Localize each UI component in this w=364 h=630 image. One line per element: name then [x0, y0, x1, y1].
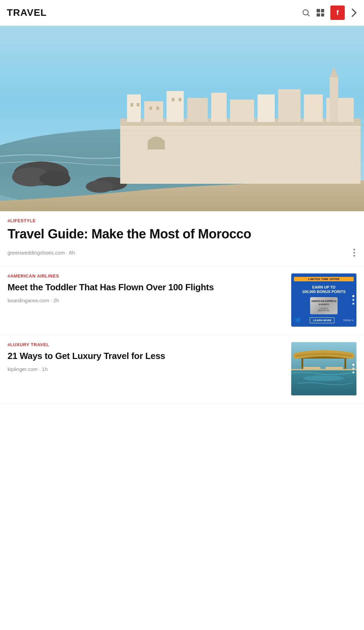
svg-rect-27	[156, 106, 159, 110]
more-options-button[interactable]	[352, 247, 356, 258]
svg-rect-28	[172, 98, 174, 101]
article-source-time: kiplinger.com · 1h	[8, 366, 48, 372]
ad-limited-time: LIMITED TIME OFFER	[294, 277, 354, 281]
svg-rect-37	[291, 369, 356, 370]
svg-rect-29	[179, 98, 181, 101]
article-thumbnail[interactable]	[291, 342, 356, 395]
article-text-content: #AMERICAN AIRLINES Meet the Toddler That…	[8, 273, 286, 303]
article-tag: #LIFESTYLE	[8, 218, 356, 223]
svg-rect-16	[211, 93, 227, 122]
svg-rect-34	[344, 359, 346, 371]
svg-rect-22	[330, 77, 338, 122]
svg-rect-19	[278, 89, 300, 122]
article-tag: #LUXURY TRAVEL	[8, 342, 286, 347]
app-title: TRAVEL	[7, 7, 47, 18]
article-tag: #AMERICAN AIRLINES	[8, 273, 286, 279]
article-meta: boardingarea.com · 2h	[8, 297, 286, 303]
svg-rect-13	[144, 101, 163, 122]
luxury-pool-image	[291, 342, 356, 395]
svg-point-7	[39, 171, 70, 186]
svg-rect-26	[149, 106, 152, 110]
svg-line-1	[308, 14, 309, 16]
search-icon[interactable]	[302, 8, 310, 17]
svg-rect-10	[120, 122, 361, 184]
ad-dots-indicator	[352, 295, 354, 305]
svg-rect-24	[130, 103, 133, 106]
article-toddler[interactable]: #AMERICAN AIRLINES Meet the Toddler That…	[0, 267, 364, 335]
luxury-dots-indicator	[352, 364, 354, 373]
svg-rect-14	[167, 91, 184, 122]
ad-headline: EARN UP TO100,000 BONUS POINTS	[302, 285, 346, 294]
svg-rect-25	[137, 103, 139, 106]
dot-1	[352, 295, 354, 297]
dot-2	[352, 299, 354, 301]
svg-rect-33	[302, 359, 303, 371]
svg-point-38	[303, 375, 344, 381]
more-icon[interactable]	[351, 9, 357, 17]
article-source-time: greenweddingshoes.com · 6h	[8, 250, 75, 256]
dot-2	[352, 368, 354, 370]
article-luxury[interactable]: #LUXURY TRAVEL 21 Ways to Get Luxury Tra…	[0, 335, 364, 404]
ad-footer: LEARN MORE TERMS A	[294, 317, 354, 323]
svg-point-0	[303, 10, 308, 15]
app-header: TRAVEL f	[0, 0, 364, 26]
amex-ad-image[interactable]: LIMITED TIME OFFER EARN UP TO100,000 BON…	[291, 273, 356, 327]
article-title: Travel Guide: Make the Most of Morocco	[8, 227, 356, 242]
svg-point-9	[86, 180, 113, 193]
ad-terms: TERMS A	[343, 319, 354, 322]
article-morocco[interactable]: #LIFESTYLE Travel Guide: Make the Most o…	[0, 211, 364, 267]
ad-learn-more[interactable]: LEARN MORE	[310, 317, 334, 323]
article-source-time: boardingarea.com · 2h	[8, 297, 59, 303]
svg-rect-18	[258, 94, 275, 122]
article-text-content: #LUXURY TRAVEL 21 Ways to Get Luxury Tra…	[8, 342, 286, 372]
article-title: Meet the Toddler That Has Flown Over 100…	[8, 282, 286, 293]
dot-3	[352, 371, 354, 373]
dot-3	[352, 303, 354, 305]
hero-image[interactable]	[0, 26, 364, 211]
article-thumbnail[interactable]: LIMITED TIME OFFER EARN UP TO100,000 BON…	[291, 273, 356, 327]
grid-icon[interactable]	[317, 9, 324, 16]
svg-rect-17	[230, 100, 254, 122]
flipboard-icon[interactable]: f	[330, 5, 345, 20]
header-icons: f	[302, 5, 357, 20]
svg-rect-12	[127, 94, 141, 122]
svg-rect-20	[304, 94, 323, 122]
article-meta: kiplinger.com · 1h	[8, 366, 286, 372]
article-title: 21 Ways to Get Luxury Travel for Less	[8, 351, 286, 361]
svg-rect-15	[187, 98, 208, 122]
article-meta: greenweddingshoes.com · 6h	[8, 247, 356, 258]
dot-1	[352, 364, 354, 366]
amex-card: AMERICAN EXPRESS BUSINESS C.F.FROSTREXPO…	[310, 297, 338, 314]
